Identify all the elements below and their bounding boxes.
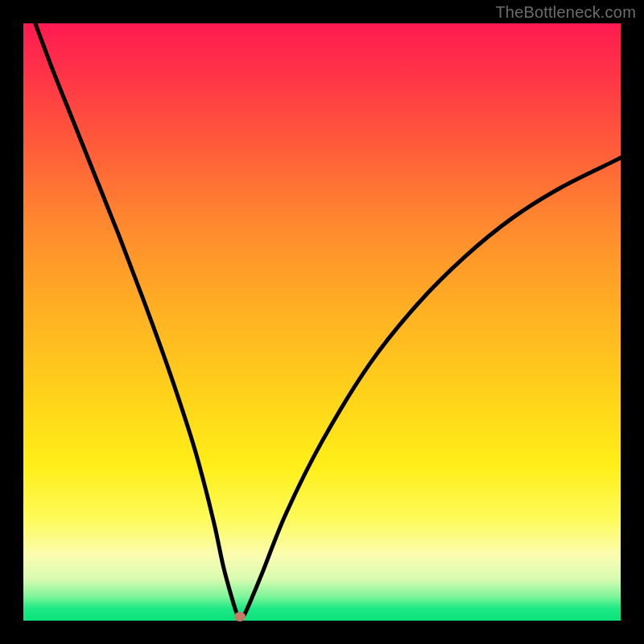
chart-frame: TheBottleneck.com — [0, 0, 644, 644]
bottleneck-curve — [23, 23, 621, 621]
plot-area — [23, 23, 621, 621]
minimum-marker — [234, 612, 246, 621]
watermark-text: TheBottleneck.com — [495, 3, 636, 22]
